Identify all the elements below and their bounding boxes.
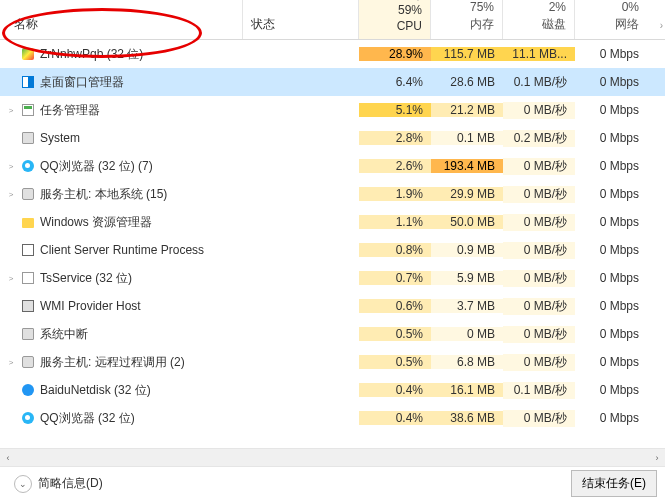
table-row[interactable]: >QQ浏览器 (32 位) (7)2.6%193.4 MB0 MB/秒0 Mbp… (0, 152, 665, 180)
process-icon (20, 410, 36, 426)
col-header-status[interactable]: 状态 (243, 0, 359, 39)
process-name: ZrNnhwPqb (32 位) (40, 46, 143, 63)
brief-info-toggle[interactable]: ⌄ 简略信息(D) (14, 475, 103, 493)
horizontal-scrollbar[interactable]: ‹ › (0, 448, 665, 466)
process-list: >ZrNnhwPqb (32 位)28.9%115.7 MB11.1 MB...… (0, 40, 665, 448)
scroll-track[interactable] (16, 453, 649, 463)
col-header-name[interactable]: 名称 (0, 0, 243, 39)
disk-cell: 0 MB/秒 (503, 326, 575, 343)
process-name: QQ浏览器 (32 位) (7) (40, 158, 153, 175)
cpu-cell: 0.5% (359, 327, 431, 341)
col-header-status-label: 状态 (251, 16, 275, 33)
table-row[interactable]: >TsService (32 位)0.7%5.9 MB0 MB/秒0 Mbps (0, 264, 665, 292)
table-row[interactable]: >系统中断0.5%0 MB0 MB/秒0 Mbps (0, 320, 665, 348)
disk-cell: 0 MB/秒 (503, 158, 575, 175)
cpu-percent: 59% (363, 3, 422, 17)
mem-cell: 0.1 MB (431, 131, 503, 145)
process-icon (20, 130, 36, 146)
process-name: QQ浏览器 (32 位) (40, 410, 135, 427)
net-cell: 0 Mbps (575, 271, 647, 285)
process-icon (20, 186, 36, 202)
net-cell: 0 Mbps (575, 355, 647, 369)
cpu-cell: 1.9% (359, 187, 431, 201)
scroll-right-icon[interactable]: › (660, 20, 663, 31)
net-cell: 0 Mbps (575, 75, 647, 89)
net-cell: 0 Mbps (575, 327, 647, 341)
table-row[interactable]: >System2.8%0.1 MB0.2 MB/秒0 Mbps (0, 124, 665, 152)
process-icon (20, 354, 36, 370)
mem-cell: 0.9 MB (431, 243, 503, 257)
cpu-cell: 2.8% (359, 131, 431, 145)
scroll-left-button[interactable]: ‹ (0, 453, 16, 463)
process-name: 服务主机: 远程过程调用 (2) (40, 354, 185, 371)
process-icon (20, 158, 36, 174)
col-header-cpu[interactable]: ▼ 59% CPU (359, 0, 431, 39)
col-header-mem[interactable]: 75% 内存 (431, 0, 503, 39)
mem-cell: 3.7 MB (431, 299, 503, 313)
table-row[interactable]: >QQ浏览器 (32 位)0.4%38.6 MB0 MB/秒0 Mbps (0, 404, 665, 432)
process-name: 任务管理器 (40, 102, 100, 119)
net-label: 网络 (579, 16, 639, 33)
brief-info-label: 简略信息(D) (38, 475, 103, 492)
net-cell: 0 Mbps (575, 187, 647, 201)
scroll-right-button[interactable]: › (649, 453, 665, 463)
table-row[interactable]: >Windows 资源管理器1.1%50.0 MB0 MB/秒0 Mbps (0, 208, 665, 236)
table-row[interactable]: >ZrNnhwPqb (32 位)28.9%115.7 MB11.1 MB...… (0, 40, 665, 68)
net-cell: 0 Mbps (575, 299, 647, 313)
table-row[interactable]: >任务管理器5.1%21.2 MB0 MB/秒0 Mbps (0, 96, 665, 124)
expand-icon[interactable]: > (6, 162, 16, 171)
cpu-cell: 0.6% (359, 299, 431, 313)
process-name: Client Server Runtime Process (40, 243, 204, 257)
table-row[interactable]: >服务主机: 本地系统 (15)1.9%29.9 MB0 MB/秒0 Mbps (0, 180, 665, 208)
process-name: 桌面窗口管理器 (40, 74, 124, 91)
net-cell: 0 Mbps (575, 131, 647, 145)
expand-icon[interactable]: > (6, 106, 16, 115)
mem-cell: 50.0 MB (431, 215, 503, 229)
process-name: Windows 资源管理器 (40, 214, 152, 231)
process-icon (20, 270, 36, 286)
disk-cell: 0 MB/秒 (503, 298, 575, 315)
disk-cell: 0.1 MB/秒 (503, 382, 575, 399)
end-task-button[interactable]: 结束任务(E) (571, 470, 657, 497)
table-row[interactable]: >Client Server Runtime Process0.8%0.9 MB… (0, 236, 665, 264)
process-name: BaiduNetdisk (32 位) (40, 382, 151, 399)
net-cell: 0 Mbps (575, 103, 647, 117)
cpu-cell: 0.4% (359, 383, 431, 397)
mem-cell: 115.7 MB (431, 47, 503, 61)
process-name: TsService (32 位) (40, 270, 132, 287)
table-row[interactable]: >BaiduNetdisk (32 位)0.4%16.1 MB0.1 MB/秒0… (0, 376, 665, 404)
disk-cell: 0.1 MB/秒 (503, 74, 575, 91)
cpu-cell: 28.9% (359, 47, 431, 61)
net-cell: 0 Mbps (575, 243, 647, 257)
end-task-label: 结束任务(E) (582, 476, 646, 490)
mem-cell: 29.9 MB (431, 187, 503, 201)
net-cell: 0 Mbps (575, 383, 647, 397)
expand-icon[interactable]: > (6, 358, 16, 367)
process-icon (20, 382, 36, 398)
expand-icon[interactable]: > (6, 190, 16, 199)
process-icon (20, 242, 36, 258)
cpu-cell: 0.4% (359, 411, 431, 425)
disk-cell: 0.2 MB/秒 (503, 130, 575, 147)
mem-cell: 5.9 MB (431, 271, 503, 285)
cpu-cell: 1.1% (359, 215, 431, 229)
process-name: System (40, 131, 80, 145)
mem-label: 内存 (435, 16, 494, 33)
expand-icon[interactable]: > (6, 274, 16, 283)
table-row[interactable]: >WMI Provider Host0.6%3.7 MB0 MB/秒0 Mbps (0, 292, 665, 320)
table-header: 名称 状态 ▼ 59% CPU 75% 内存 2% 磁盘 0% 网络 › (0, 0, 665, 40)
cpu-cell: 6.4% (359, 75, 431, 89)
process-icon (20, 214, 36, 230)
net-cell: 0 Mbps (575, 47, 647, 61)
col-header-net[interactable]: 0% 网络 (575, 0, 647, 39)
table-row[interactable]: >桌面窗口管理器6.4%28.6 MB0.1 MB/秒0 Mbps (0, 68, 665, 96)
mem-cell: 28.6 MB (431, 75, 503, 89)
mem-cell: 38.6 MB (431, 411, 503, 425)
cpu-cell: 0.5% (359, 355, 431, 369)
disk-cell: 0 MB/秒 (503, 410, 575, 427)
table-row[interactable]: >服务主机: 远程过程调用 (2)0.5%6.8 MB0 MB/秒0 Mbps (0, 348, 665, 376)
mem-cell: 16.1 MB (431, 383, 503, 397)
col-header-disk[interactable]: 2% 磁盘 (503, 0, 575, 39)
net-cell: 0 Mbps (575, 159, 647, 173)
cpu-cell: 0.7% (359, 271, 431, 285)
